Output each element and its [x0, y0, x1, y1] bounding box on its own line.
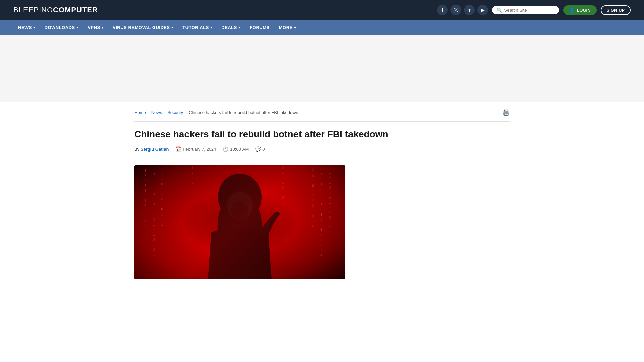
- svg-text:1: 1: [153, 222, 155, 227]
- svg-text:0: 0: [320, 207, 323, 212]
- svg-text:0: 0: [153, 247, 155, 252]
- nav-item-vpns[interactable]: VPNS ▾: [83, 20, 108, 35]
- chevron-down-icon: ▾: [210, 26, 212, 29]
- svg-text:1: 1: [329, 190, 331, 195]
- breadcrumb-home[interactable]: Home: [134, 110, 146, 115]
- header-right: f 𝕏 m ▶ 🔍 👤 LOGIN SIGN UP: [437, 5, 631, 15]
- calendar-icon: 📅: [175, 146, 181, 152]
- facebook-icon[interactable]: f: [437, 5, 448, 15]
- article-layout: Chinese hackers fail to rebuild botnet a…: [134, 128, 510, 286]
- breadcrumb-current: Chinese hackers fail to rebuild botnet a…: [189, 110, 298, 115]
- chevron-down-icon: ▾: [294, 26, 296, 29]
- breadcrumb-separator: ›: [185, 110, 186, 115]
- svg-text:0: 0: [320, 252, 323, 257]
- chevron-down-icon: ▾: [33, 26, 35, 29]
- svg-text:0: 0: [144, 204, 147, 208]
- svg-text:0: 0: [312, 194, 314, 198]
- signup-button[interactable]: SIGN UP: [601, 5, 631, 15]
- svg-text:1: 1: [153, 242, 155, 247]
- breadcrumb-security[interactable]: Security: [167, 110, 183, 115]
- nav-item-deals[interactable]: DEALS ▾: [217, 20, 245, 35]
- content-wrapper: Home › News › Security › Chinese hackers…: [121, 102, 523, 293]
- svg-text:!: !: [320, 212, 323, 217]
- svg-text:0: 0: [312, 184, 314, 188]
- svg-text:!: !: [282, 210, 284, 215]
- svg-text:0: 0: [320, 177, 323, 181]
- svg-text:1: 1: [282, 190, 284, 195]
- svg-text:0: 0: [153, 217, 155, 222]
- svg-text:1: 1: [153, 252, 155, 257]
- main-nav: NEWS ▾ DOWNLOADS ▾ VPNS ▾ VIRUS REMOVAL …: [0, 20, 644, 35]
- svg-text:1: 1: [320, 202, 323, 206]
- svg-text:1: 1: [191, 165, 194, 170]
- youtube-icon[interactable]: ▶: [477, 5, 488, 15]
- svg-text:0: 0: [144, 184, 147, 188]
- svg-text:0: 0: [153, 227, 155, 232]
- nav-item-more[interactable]: MORE ▾: [274, 20, 301, 35]
- svg-text:0: 0: [191, 180, 194, 185]
- svg-text:1: 1: [312, 209, 314, 213]
- svg-text:0: 0: [282, 205, 284, 210]
- svg-text:1: 1: [320, 237, 323, 242]
- svg-text:0: 0: [320, 232, 323, 237]
- search-input[interactable]: [504, 8, 554, 13]
- svg-text:1: 1: [144, 224, 147, 228]
- svg-text:1: 1: [312, 189, 314, 193]
- svg-text:1: 1: [320, 227, 323, 232]
- nav-item-news[interactable]: NEWS ▾: [13, 20, 40, 35]
- svg-text:0: 0: [161, 197, 163, 201]
- twitter-icon[interactable]: 𝕏: [450, 5, 461, 15]
- mastodon-icon[interactable]: m: [464, 5, 475, 15]
- svg-text:0: 0: [282, 165, 284, 170]
- author-link[interactable]: Sergiu Gatlan: [141, 147, 169, 152]
- svg-text:1: 1: [282, 180, 284, 185]
- user-icon: 👤: [569, 8, 575, 13]
- nav-item-forums[interactable]: FORUMS: [245, 20, 274, 35]
- svg-text:1: 1: [144, 199, 147, 203]
- nav-item-downloads[interactable]: DOWNLOADS ▾: [40, 20, 83, 35]
- svg-text:0: 0: [312, 174, 314, 178]
- chevron-down-icon: ▾: [171, 26, 173, 29]
- svg-text:1: 1: [329, 180, 331, 185]
- article-time: 🕐 10:00 AM: [223, 146, 249, 152]
- svg-text:0: 0: [153, 192, 155, 196]
- login-button[interactable]: 👤 LOGIN: [563, 5, 596, 15]
- article-hero-image: 1 0 1 0 1 0 1 0 1 0 ! 1 0 0 1: [134, 165, 345, 279]
- svg-text:;: ;: [329, 221, 331, 225]
- svg-text:0: 0: [282, 221, 284, 225]
- svg-text:1: 1: [312, 169, 314, 173]
- svg-text:1: 1: [329, 210, 331, 215]
- logo-light: BLEEPING: [13, 6, 53, 14]
- svg-text:0: 0: [282, 175, 284, 180]
- svg-text:1: 1: [191, 175, 194, 180]
- svg-text:1: 1: [153, 187, 155, 191]
- svg-text:0: 0: [144, 194, 147, 198]
- svg-text:0: 0: [320, 197, 323, 201]
- site-logo[interactable]: BLEEPINGCOMPUTER: [13, 6, 98, 14]
- advertisement-banner: [0, 35, 644, 102]
- svg-text:1: 1: [320, 182, 323, 186]
- breadcrumb: Home › News › Security › Chinese hackers…: [134, 109, 510, 122]
- print-icon[interactable]: 🖨️: [502, 109, 510, 116]
- svg-text:0: 0: [161, 207, 163, 212]
- chevron-down-icon: ▾: [76, 26, 78, 29]
- logo-bold: COMPUTER: [53, 6, 98, 14]
- comment-icon: 💬: [255, 146, 261, 152]
- nav-item-tutorials[interactable]: TUTORIALS ▾: [178, 20, 217, 35]
- svg-text:0: 0: [153, 172, 155, 176]
- clock-icon: 🕐: [223, 146, 228, 152]
- svg-text:1: 1: [144, 169, 147, 173]
- nav-item-virus-removal[interactable]: VIRUS REMOVAL GUIDES ▾: [108, 20, 178, 35]
- svg-text:1: 1: [153, 197, 155, 201]
- svg-text:1: 1: [144, 209, 147, 213]
- breadcrumb-news[interactable]: News: [151, 110, 162, 115]
- matrix-overlay: 1 0 1 0 1 0 1 0 1 0 ! 1 0 0 1: [134, 165, 345, 279]
- svg-text:1: 1: [282, 216, 284, 220]
- svg-text:1: 1: [320, 247, 323, 252]
- svg-text:0: 0: [329, 185, 331, 190]
- svg-text:0: 0: [191, 170, 194, 175]
- svg-text:0: 0: [320, 242, 323, 247]
- svg-text:1: 1: [161, 222, 163, 227]
- svg-text:0: 0: [282, 195, 284, 200]
- svg-text:1: 1: [153, 177, 155, 181]
